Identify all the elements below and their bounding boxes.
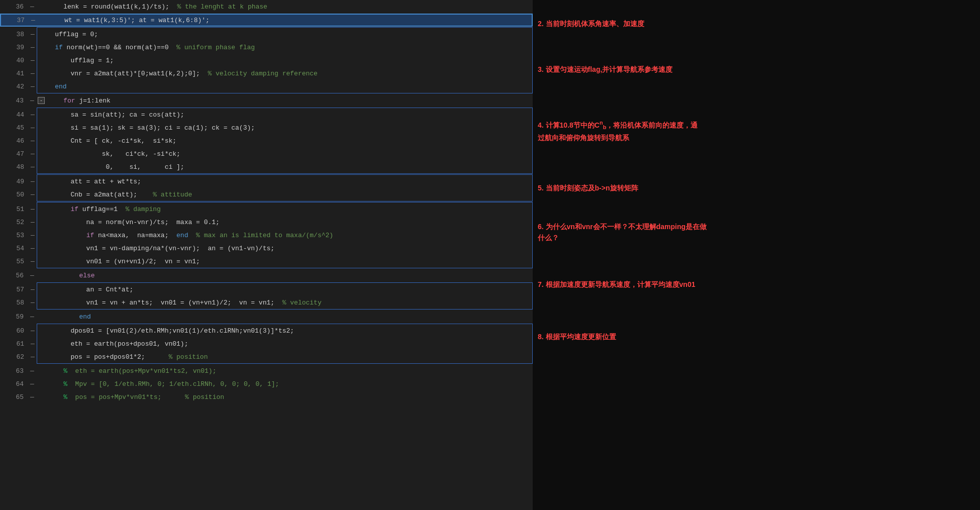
fold-icon-43[interactable]: - <box>38 97 45 104</box>
line-num-61: 61 <box>1 337 28 350</box>
line-num-55: 55 <box>1 255 28 268</box>
line-num-48: 48 <box>1 160 28 173</box>
line-content-48: 0, si, ci ]; <box>37 160 532 173</box>
line-num-36: 36 <box>0 0 28 13</box>
code-line-52: 52 — na = norm(vn-vnr)/ts; maxa = 0.1; <box>37 216 532 229</box>
line-content-39: if norm(wt)==0 && norm(at)==0 % uniform … <box>37 41 532 54</box>
line-dash-46: — <box>28 134 37 147</box>
line-num-58: 58 <box>1 296 28 309</box>
line-dash-39: — <box>28 41 37 54</box>
code-line-43: 43 — - for j=1:lenk <box>0 94 533 107</box>
code-line-48: 48 — 0, si, ci ]; <box>37 160 532 173</box>
code-line-49: 49 — att = att + wt*ts; <box>37 175 532 188</box>
line-num-39: 39 <box>1 41 28 54</box>
line-dash-52: — <box>28 216 37 229</box>
gutter-43: - <box>37 94 46 107</box>
line-dash-54: — <box>28 242 37 255</box>
annotation-2: 2. 当前时刻机体系角速率、加速度 <box>538 19 644 29</box>
code-line-56: 56 — else <box>0 269 533 282</box>
line-num-49: 49 <box>1 175 28 188</box>
line-num-60: 60 <box>1 324 28 337</box>
annotation-4: 4. 计算10.8节中的Cnb，将沿机体系前向的速度，通过航向和俯仰角旋转到导航… <box>538 119 698 143</box>
line-dash-57: — <box>28 283 37 296</box>
code-line-51: 51 — if ufflag==1 % damping <box>37 202 532 216</box>
code-line-47: 47 — sk, ci*ck, -si*ck; <box>37 147 532 160</box>
code-line-38: 38 — ufflag = 0; <box>37 28 532 41</box>
annotation-7: 7. 根据加速度更新导航系速度，计算平均速度vn01 <box>538 279 695 290</box>
line-content-65: % pos = pos+Mpv*vn01*ts; % position <box>46 390 533 403</box>
block-38-42: 38 — ufflag = 0; 39 — if norm(wt)==0 && … <box>37 27 533 93</box>
code-line-50: 50 — Cnb = a2mat(att); % attitude <box>37 188 532 201</box>
line-dash-53: — <box>28 229 37 242</box>
line-content-53: if na<maxa, na=maxa; end % max an is lim… <box>37 229 532 242</box>
line-num-64: 64 <box>0 377 28 390</box>
line-content-59: end <box>46 310 533 323</box>
line-content-61: eth = earth(pos+dpos01, vn01); <box>37 337 532 350</box>
line-num-50: 50 <box>1 188 28 201</box>
line-dash-38: — <box>28 28 37 41</box>
code-line-53: 53 — if na<maxa, na=maxa; end % max an i… <box>37 229 532 242</box>
line-num-56: 56 <box>0 269 28 282</box>
line-dash-56: — <box>28 269 37 282</box>
line-content-47: sk, ci*ck, -si*ck; <box>37 147 532 160</box>
code-line-37: 37 — wt = wat1(k,3:5)'; at = wat1(k,6:8)… <box>0 14 533 27</box>
line-content-37: wt = wat1(k,3:5)'; at = wat1(k,6:8)'; <box>47 15 532 26</box>
line-dash-63: — <box>28 364 37 377</box>
code-line-60: 60 — dpos01 = [vn01(2)/eth.RMh;vn01(1)/e… <box>37 324 532 337</box>
line-dash-55: — <box>28 255 37 268</box>
line-num-40: 40 <box>1 54 28 67</box>
line-num-62: 62 <box>1 350 28 363</box>
line-num-43: 43 <box>0 94 28 107</box>
line-dash-65: — <box>28 390 37 403</box>
line-content-60: dpos01 = [vn01(2)/eth.RMh;vn01(1)/eth.cl… <box>37 324 532 337</box>
line-dash-61: — <box>28 337 37 350</box>
line-num-42: 42 <box>1 80 28 93</box>
line-dash-36: — <box>28 0 37 13</box>
line-content-54: vn1 = vn-damping/na*(vn-vnr); an = (vn1-… <box>37 242 532 255</box>
line-content-50: Cnb = a2mat(att); % attitude <box>37 188 532 201</box>
line-num-53: 53 <box>1 229 28 242</box>
annotation-6: 6. 为什么vn和vnr会不一样？不太理解damping是在做什么？ <box>538 221 707 244</box>
line-num-38: 38 <box>1 28 28 41</box>
line-content-57: an = Cnt*at; <box>37 283 532 296</box>
code-line-64: 64 — % Mpv = [0, 1/eth.RMh, 0; 1/eth.clR… <box>0 377 533 390</box>
line-content-40: ufflag = 1; <box>37 54 532 67</box>
gutter-56 <box>37 269 46 282</box>
block-60-62: 60 — dpos01 = [vn01(2)/eth.RMh;vn01(1)/e… <box>37 324 533 364</box>
gutter-37 <box>38 15 47 26</box>
line-dash-62: — <box>28 350 37 363</box>
line-dash-49: — <box>28 175 37 188</box>
block-44-48: 44 — sa = sin(att); ca = cos(att); 45 — … <box>37 108 533 174</box>
line-content-49: att = att + wt*ts; <box>37 175 532 188</box>
line-num-46: 46 <box>1 134 28 147</box>
line-dash-41: — <box>28 67 37 80</box>
code-line-61: 61 — eth = earth(pos+dpos01, vn01); <box>37 337 532 350</box>
code-line-44: 44 — sa = sin(att); ca = cos(att); <box>37 108 532 121</box>
line-content-55: vn01 = (vn+vn1)/2; vn = vn1; <box>37 255 532 268</box>
code-line-40: 40 — ufflag = 1; <box>37 54 532 67</box>
line-content-41: vnr = a2mat(att)*[0;wat1(k,2);0]; % velo… <box>37 67 532 80</box>
code-line-36: 36 — lenk = round(wat1(k,1)/ts); % the l… <box>0 0 533 13</box>
line-dash-42: — <box>28 80 37 93</box>
line-num-57: 57 <box>1 283 28 296</box>
line-num-44: 44 <box>1 108 28 121</box>
code-line-46: 46 — Cnt = [ ck, -ci*sk, si*sk; <box>37 134 532 147</box>
line-num-52: 52 <box>1 216 28 229</box>
code-line-62: 62 — pos = pos+dpos01*2; % position <box>37 350 532 363</box>
code-panel: 36 — lenk = round(wat1(k,1)/ts); % the l… <box>0 0 533 510</box>
line-dash-51: — <box>28 202 37 216</box>
code-line-57: 57 — an = Cnt*at; <box>37 283 532 296</box>
line-content-56: else <box>46 269 533 282</box>
line-dash-64: — <box>28 377 37 390</box>
code-line-42: 42 — end <box>37 80 532 93</box>
line-content-62: pos = pos+dpos01*2; % position <box>37 350 532 363</box>
annotation-panel: 2. 当前时刻机体系角速率、加速度 3. 设置匀速运动flag,并计算导航系参考… <box>533 0 980 510</box>
line-dash-48: — <box>28 160 37 173</box>
code-line-41: 41 — vnr = a2mat(att)*[0;wat1(k,2);0]; %… <box>37 67 532 80</box>
line-dash-44: — <box>28 108 37 121</box>
line-num-59: 59 <box>0 310 28 323</box>
line-content-52: na = norm(vn-vnr)/ts; maxa = 0.1; <box>37 216 532 229</box>
line-content-42: end <box>37 80 532 93</box>
code-line-65: 65 — % pos = pos+Mpv*vn01*ts; % position <box>0 390 533 403</box>
line-dash-60: — <box>28 324 37 337</box>
